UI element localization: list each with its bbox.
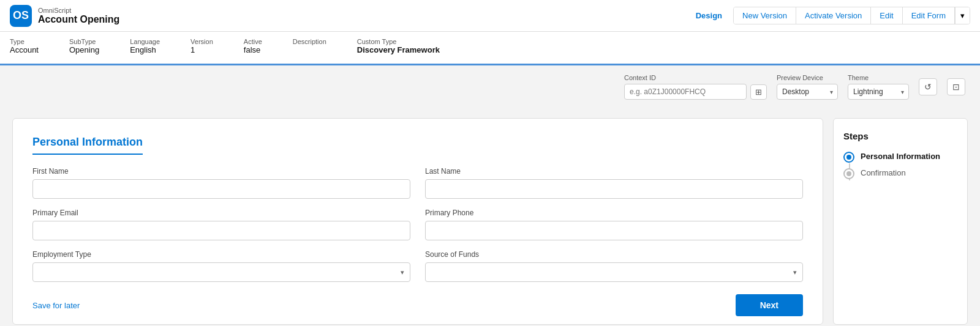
header-dropdown-button[interactable]: ▾ (955, 7, 970, 24)
form-group-first-name: First Name (32, 167, 410, 199)
meta-language: Language English (130, 38, 160, 54)
refresh-button[interactable]: ↺ (919, 78, 937, 95)
form-group-source-of-funds: Source of Funds ▾ (425, 250, 803, 282)
meta-custom-type-label: Custom Type (357, 38, 440, 45)
source-of-funds-select[interactable] (425, 262, 803, 282)
edit-form-button[interactable]: Edit Form (903, 7, 955, 24)
context-id-group: Context ID ⊞ (624, 74, 767, 100)
form-footer: Save for later Next (32, 294, 803, 316)
app-logo: OS (10, 5, 32, 27)
theme-wrapper: Lightning Newport ▾ (848, 84, 909, 100)
form-row-employment: Employment Type ▾ Source of Funds ▾ (32, 250, 803, 282)
meta-version-value: 1 (190, 45, 213, 54)
preview-toolbar: Context ID ⊞ Preview Device Desktop Mobi… (0, 65, 980, 108)
first-name-input[interactable] (32, 179, 410, 199)
primary-email-input[interactable] (32, 221, 410, 240)
meta-version: Version 1 (190, 38, 213, 54)
meta-language-value: English (130, 45, 160, 54)
meta-custom-type: Custom Type Discovery Framework (357, 38, 440, 54)
theme-group: Theme Lightning Newport ▾ (848, 74, 909, 100)
meta-bar: Type Account SubType Opening Language En… (0, 32, 980, 65)
form-group-primary-email: Primary Email (32, 209, 410, 240)
primary-phone-label: Primary Phone (425, 209, 803, 217)
meta-type: Type Account (10, 38, 39, 54)
employment-type-label: Employment Type (32, 250, 410, 259)
meta-type-label: Type (10, 38, 39, 45)
employment-type-wrapper: ▾ (32, 262, 410, 282)
next-button[interactable]: Next (736, 294, 803, 316)
meta-language-label: Language (130, 38, 160, 45)
meta-subtype-label: SubType (69, 38, 99, 45)
step-label-confirmation: Confirmation (861, 168, 906, 177)
source-of-funds-label: Source of Funds (425, 250, 803, 259)
preview-device-select[interactable]: Desktop Mobile Tablet (777, 84, 838, 100)
meta-custom-type-value: Discovery Framework (357, 45, 440, 54)
step-circle-personal-info (843, 152, 854, 163)
layout-button[interactable]: ⊡ (947, 78, 965, 95)
theme-select[interactable]: Lightning Newport (848, 84, 909, 100)
step-item-confirmation[interactable]: Confirmation (843, 168, 957, 179)
form-row-name: First Name Last Name (32, 167, 803, 199)
design-link[interactable]: Design (687, 7, 731, 24)
context-id-input[interactable] (624, 84, 747, 100)
meta-subtype: SubType Opening (69, 38, 99, 54)
last-name-label: Last Name (425, 167, 803, 176)
header-btn-group: New Version Activate Version Edit Edit F… (733, 7, 970, 24)
meta-active: Active false (244, 38, 262, 54)
meta-active-value: false (244, 45, 262, 54)
primary-email-label: Primary Email (32, 209, 410, 217)
app-title-block: OmniScript Account Opening (38, 7, 119, 25)
context-id-control: ⊞ (624, 84, 767, 100)
app-header: OS OmniScript Account Opening Design New… (0, 0, 980, 32)
preview-device-group: Preview Device Desktop Mobile Tablet ▾ (777, 74, 838, 100)
save-later-button[interactable]: Save for later (32, 301, 80, 310)
meta-active-label: Active (244, 38, 262, 45)
form-row-contact: Primary Email Primary Phone (32, 209, 803, 240)
meta-description-label: Description (293, 38, 326, 45)
meta-subtype-value: Opening (69, 45, 99, 54)
context-id-label: Context ID (624, 74, 767, 81)
new-version-button[interactable]: New Version (734, 7, 796, 24)
activate-version-button[interactable]: Activate Version (796, 7, 871, 24)
edit-button[interactable]: Edit (871, 7, 902, 24)
source-of-funds-wrapper: ▾ (425, 262, 803, 282)
first-name-label: First Name (32, 167, 410, 176)
step-label-personal-info: Personal Information (861, 151, 940, 161)
header-actions: Design New Version Activate Version Edit… (687, 7, 970, 24)
form-group-employment-type: Employment Type ▾ (32, 250, 410, 282)
step-item-personal-info[interactable]: Personal Information (843, 151, 957, 163)
primary-phone-input[interactable] (425, 221, 803, 240)
theme-label: Theme (848, 74, 909, 81)
preview-device-wrapper: Desktop Mobile Tablet ▾ (777, 84, 838, 100)
meta-version-label: Version (190, 38, 213, 45)
form-group-last-name: Last Name (425, 167, 803, 199)
meta-type-value: Account (10, 45, 39, 54)
context-id-lookup-button[interactable]: ⊞ (750, 84, 767, 100)
last-name-input[interactable] (425, 179, 803, 199)
main-area: Personal Information First Name Last Nam… (0, 108, 980, 326)
employment-type-select[interactable] (32, 262, 410, 282)
form-title: Personal Information (32, 136, 143, 155)
steps-title: Steps (843, 131, 957, 141)
form-card: Personal Information First Name Last Nam… (12, 118, 823, 325)
app-title: Account Opening (38, 14, 119, 25)
app-header-left: OS OmniScript Account Opening (10, 5, 119, 27)
logo-icon: OS (13, 9, 29, 22)
preview-device-label: Preview Device (777, 74, 838, 81)
steps-panel: Steps Personal Information Confirmation (833, 118, 968, 325)
step-circle-confirmation (843, 168, 854, 179)
meta-description: Description (293, 38, 326, 45)
form-group-primary-phone: Primary Phone (425, 209, 803, 240)
app-subtitle: OmniScript (38, 7, 119, 14)
